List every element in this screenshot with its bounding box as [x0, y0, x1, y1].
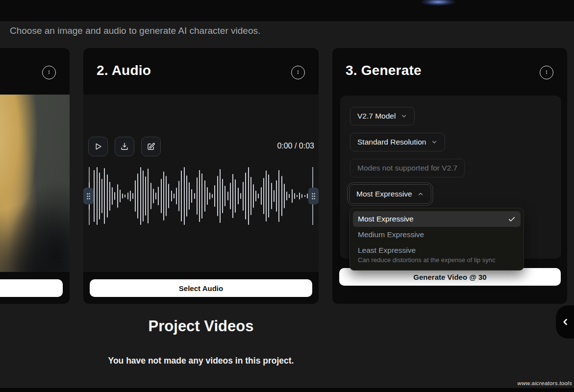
dropdown-option[interactable]: Least ExpressiveCan reduce distortions a… [353, 243, 521, 267]
waveform-region [86, 166, 316, 226]
waveform-bar [284, 184, 285, 208]
chevron-down-icon [400, 113, 407, 120]
check-icon [508, 215, 516, 223]
waveform-bar [184, 167, 185, 225]
audio-card: 2. Audio 0:00 / 0:03 [83, 48, 319, 304]
sidebar-collapse-button[interactable] [555, 305, 574, 339]
waveform-bar [204, 180, 205, 212]
waveform-bar [94, 170, 95, 222]
waveform-bar [194, 193, 195, 199]
waveform-bar [120, 190, 121, 202]
chevron-down-icon [431, 139, 438, 146]
waveform-bar [143, 171, 144, 221]
grip-dots-icon [86, 193, 91, 200]
info-icon[interactable] [42, 66, 56, 79]
generate-video-button[interactable]: Generate Video @ 30 [339, 268, 561, 286]
dropdown-option[interactable]: Medium Expressive [353, 227, 521, 243]
waveform-bar [135, 180, 136, 212]
waveform-bar [243, 182, 244, 211]
waveform-bar [107, 174, 108, 217]
waveform-bar [150, 183, 151, 209]
waveform-bar [307, 194, 308, 198]
waveform-bar [268, 174, 269, 217]
waveform-bar [117, 184, 118, 207]
waveform-bar [240, 193, 241, 199]
waveform-bar [278, 170, 279, 222]
modes-select-value: Modes not supported for V2.7 [357, 164, 457, 172]
waveform-bar [304, 195, 305, 197]
image-card [0, 48, 70, 304]
dropdown-option-description: Can reduce distortions at the expense of… [358, 256, 516, 264]
waveform-bar [114, 192, 115, 200]
model-select-value: V2.7 Model [357, 112, 396, 121]
model-select[interactable]: V2.7 Model [350, 107, 415, 125]
character-image[interactable] [0, 95, 70, 272]
waveform-bar [171, 191, 172, 201]
waveform-bar [212, 194, 213, 197]
waveform-bar [186, 175, 187, 217]
dropdown-option-label: Most Expressive [358, 215, 516, 223]
waveform-bar [232, 174, 233, 218]
chevron-left-icon [561, 317, 571, 327]
image-card-footer [0, 272, 70, 304]
waveform-bar [248, 167, 249, 225]
waveform-bar [271, 183, 272, 209]
waveform-bar [191, 189, 192, 203]
waveform-bar [178, 181, 179, 211]
waveform-bar [297, 195, 298, 197]
waveform-bar [230, 183, 231, 209]
bottom-strip [0, 388, 574, 392]
waveform-bar [174, 194, 175, 198]
waveform-bar [163, 172, 164, 220]
resolution-select[interactable]: Standard Resolution [350, 133, 445, 151]
play-button[interactable] [88, 137, 108, 156]
waveform-bar [286, 192, 287, 201]
dropdown-option-label: Medium Expressive [358, 230, 516, 239]
waveform-bar [281, 176, 282, 217]
waveform-bar [153, 189, 154, 204]
project-videos-title: Project Videos [0, 318, 402, 335]
waveform-bar [197, 177, 198, 215]
waveform-bar [148, 169, 149, 223]
waveform-bar [161, 179, 162, 214]
waveform-bar [261, 187, 262, 204]
waveform-bar [122, 194, 123, 198]
dropdown-option[interactable]: Most Expressive [353, 211, 521, 227]
audio-card-footer: Select Audio [83, 272, 319, 304]
waveform-bar [97, 167, 98, 225]
waveform-bar [137, 173, 138, 219]
waveform-bar [217, 176, 218, 217]
trim-end-handle[interactable] [308, 188, 319, 204]
waveform-bar [209, 193, 210, 199]
download-button[interactable] [115, 137, 134, 156]
waveform-bar [235, 179, 236, 213]
waveform-bar [263, 178, 264, 214]
waveform-bar [301, 194, 302, 197]
page-hint: Choose an image and audio to generate AI… [10, 25, 260, 36]
waveform-bar [145, 176, 146, 216]
select-audio-button[interactable]: Select Audio [90, 279, 312, 297]
waveform-bar [109, 182, 110, 211]
waveform-bar [299, 193, 300, 199]
top-bar [0, 0, 574, 22]
waveform-bar [130, 191, 131, 201]
info-icon[interactable] [540, 66, 553, 79]
trim-start-handle[interactable] [83, 188, 94, 204]
audio-card-title: 2. Audio [97, 63, 151, 78]
waveform-bar [199, 170, 200, 222]
waveform-bar [140, 167, 141, 225]
waveform-bar [158, 187, 159, 206]
generate-card-title: 3. Generate [346, 63, 422, 78]
waveform-bar [127, 193, 128, 199]
waveform-bar [227, 192, 228, 201]
waveform-bar [225, 186, 225, 206]
waveform[interactable] [89, 166, 313, 226]
waveform-bar [292, 189, 293, 203]
audio-controls [88, 137, 161, 156]
waveform-bar [166, 176, 167, 217]
info-icon[interactable] [291, 66, 305, 79]
select-image-button[interactable] [0, 279, 63, 297]
edit-button[interactable] [141, 137, 161, 156]
waveform-bar [214, 185, 215, 207]
expressiveness-select[interactable]: Most Expressive [349, 184, 431, 204]
